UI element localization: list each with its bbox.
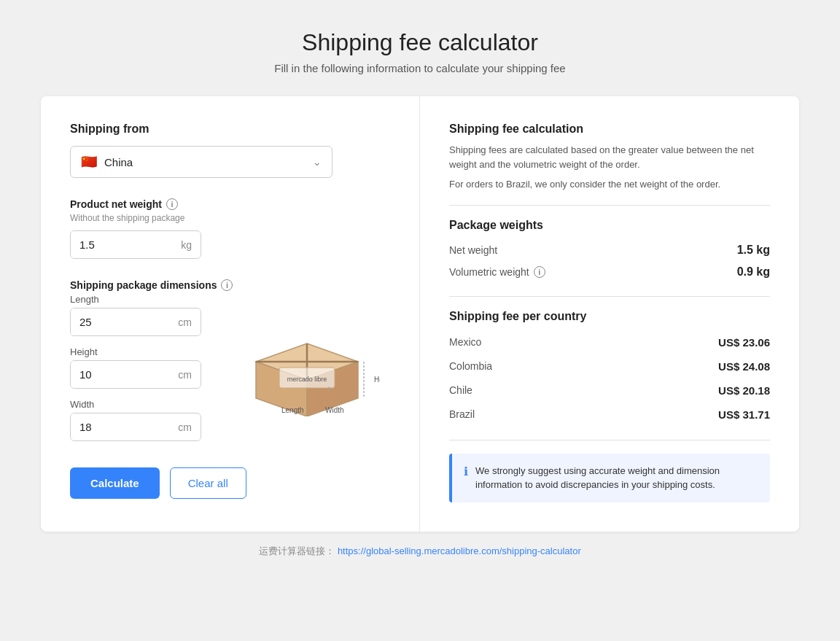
weight-sub-label: Without the shipping package (70, 213, 390, 223)
page-header: Shipping fee calculator Fill in the foll… (274, 29, 565, 74)
height-field: Height cm (70, 346, 201, 389)
divider-1 (449, 205, 770, 206)
chevron-down-icon: ⌄ (313, 156, 322, 168)
fee-row: Brazil US$ 31.71 (449, 403, 770, 427)
fee-country-value: US$ 24.08 (718, 360, 770, 373)
calculator-card: Shipping from 🇨🇳 China ⌄ Product net wei… (41, 96, 799, 532)
height-unit: cm (175, 362, 201, 388)
width-unit: cm (175, 414, 201, 440)
length-field: Length cm (70, 294, 201, 336)
length-input-wrapper: cm (70, 308, 201, 336)
weight-input-wrapper: kg (70, 230, 201, 259)
divider-3 (449, 440, 770, 440)
box-illustration: mercado libre ↑ Height Length Width (230, 301, 384, 418)
width-field: Width cm (70, 399, 201, 441)
product-weight-label: Product net weight i (70, 198, 390, 210)
page-title: Shipping fee calculator (274, 29, 565, 56)
fee-row: Mexico US$ 23.06 (449, 330, 770, 354)
svg-text:mercado libre: mercado libre (287, 376, 327, 383)
svg-text:Height: Height (374, 376, 380, 384)
svg-text:Width: Width (325, 406, 344, 414)
country-name: China (104, 156, 133, 168)
shipping-from-group: Shipping from 🇨🇳 China ⌄ (70, 123, 390, 178)
svg-text:Length: Length (281, 406, 304, 414)
country-flag-icon: 🇨🇳 (81, 154, 97, 170)
weight-input[interactable] (71, 231, 178, 258)
height-input-wrapper: cm (70, 360, 201, 389)
info-box-icon: ℹ (464, 465, 468, 478)
fee-row: Colombia US$ 24.08 (449, 354, 770, 378)
weights-section: Package weights Net weight 1.5 kg Volume… (449, 219, 770, 283)
fee-country-name: Colombia (449, 360, 492, 372)
fee-country-value: US$ 20.18 (718, 384, 770, 397)
net-weight-row: Net weight 1.5 kg (449, 239, 770, 261)
svg-text:↑: ↑ (327, 383, 332, 395)
width-input[interactable] (71, 413, 175, 440)
info-box-text: We strongly suggest using accurate weigh… (475, 464, 758, 492)
dimensions-fields: Length cm Height cm Wi (70, 294, 201, 441)
calculate-button[interactable]: Calculate (70, 467, 160, 499)
shipping-from-label: Shipping from (70, 123, 390, 136)
width-input-wrapper: cm (70, 413, 201, 441)
footer-label: 运费计算器链接： (259, 545, 335, 556)
dimensions-row: Length cm Height cm Wi (70, 294, 390, 441)
dimensions-label: Shipping package dimensions i (70, 279, 390, 291)
height-label: Height (70, 346, 201, 357)
fee-country-value: US$ 31.71 (718, 408, 770, 421)
fee-rows-container: Mexico US$ 23.06 Colombia US$ 24.08 Chil… (449, 330, 770, 427)
fee-country-name: Chile (449, 384, 472, 396)
right-panel: Shipping fee calculation Shipping fees a… (420, 96, 799, 532)
left-panel: Shipping from 🇨🇳 China ⌄ Product net wei… (41, 96, 420, 532)
height-input[interactable] (71, 361, 175, 388)
dimensions-info-icon[interactable]: i (221, 279, 233, 291)
volumetric-weight-row: Volumetric weight i 0.9 kg (449, 261, 770, 283)
length-input[interactable] (71, 308, 175, 335)
divider-2 (449, 296, 770, 297)
volumetric-info-icon[interactable]: i (534, 266, 545, 278)
fee-row: Chile US$ 20.18 (449, 378, 770, 403)
weight-unit: kg (178, 232, 201, 258)
volumetric-weight-value: 0.9 kg (737, 265, 770, 279)
info-box: ℹ We strongly suggest using accurate wei… (449, 454, 770, 502)
length-label: Length (70, 294, 201, 305)
country-select-display[interactable]: 🇨🇳 China ⌄ (70, 146, 332, 178)
footer-link-row: 运费计算器链接： https://global-selling.mercadol… (244, 537, 595, 565)
buttons-row: Calculate Clear all (70, 467, 390, 499)
dimensions-group: Shipping package dimensions i Length cm … (70, 279, 390, 441)
calc-desc-1: Shipping fees are calculated based on th… (449, 143, 770, 171)
calc-desc-2: For orders to Brazil, we only consider t… (449, 177, 770, 192)
calc-section-title: Shipping fee calculation (449, 123, 770, 136)
weight-info-icon[interactable]: i (166, 198, 178, 210)
footer-link[interactable]: https://global-selling.mercadolibre.com/… (338, 545, 581, 556)
length-unit: cm (175, 309, 201, 335)
page-subtitle: Fill in the following information to cal… (274, 62, 565, 74)
fee-country-name: Mexico (449, 336, 481, 348)
width-label: Width (70, 399, 201, 410)
clear-all-button[interactable]: Clear all (170, 467, 246, 499)
product-weight-group: Product net weight i Without the shippin… (70, 198, 390, 259)
fees-title: Shipping fee per country (449, 310, 770, 323)
net-weight-value: 1.5 kg (737, 244, 770, 257)
box-svg: mercado libre ↑ Height Length Width (234, 303, 380, 416)
country-select-wrapper[interactable]: 🇨🇳 China ⌄ (70, 146, 332, 178)
package-weights-title: Package weights (449, 219, 770, 232)
fee-country-value: US$ 23.06 (718, 336, 770, 349)
volumetric-weight-label: Volumetric weight i (449, 266, 545, 278)
fee-country-name: Brazil (449, 408, 475, 420)
country-fees-section: Shipping fee per country Mexico US$ 23.0… (449, 310, 770, 427)
net-weight-label: Net weight (449, 244, 497, 256)
